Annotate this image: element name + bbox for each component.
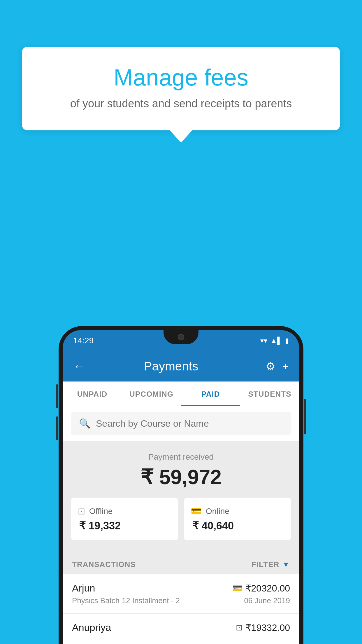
- payment-received-label: Payment received: [63, 452, 299, 462]
- tabs: UNPAID UPCOMING PAID STUDENTS: [63, 382, 299, 406]
- app-bar: ← Payments ⚙ +: [63, 351, 299, 382]
- settings-icon[interactable]: ⚙: [266, 360, 275, 373]
- offline-card: ⊡ Offline ₹ 19,332: [71, 498, 178, 540]
- payment-total-amount: ₹ 59,972: [63, 465, 299, 489]
- table-row[interactable]: Arjun 💳 ₹20320.00 Physics Batch 12 Insta…: [63, 574, 299, 614]
- power-button: [304, 399, 306, 434]
- app-bar-actions: ⚙ +: [266, 360, 289, 373]
- tab-students[interactable]: STUDENTS: [240, 382, 299, 406]
- row-top: Anupriya ⊡ ₹19332.00: [72, 622, 290, 633]
- bubble-title: Manage fees: [42, 64, 320, 91]
- row-top: Arjun 💳 ₹20320.00: [72, 582, 290, 594]
- bubble-subtitle: of your students and send receipts to pa…: [42, 97, 320, 110]
- filter-button[interactable]: FILTER ▼: [252, 560, 290, 569]
- table-row[interactable]: Anupriya ⊡ ₹19332.00: [63, 614, 299, 644]
- online-icon: 💳: [191, 506, 202, 516]
- transactions-label: TRANSACTIONS: [72, 560, 136, 569]
- add-icon[interactable]: +: [282, 360, 289, 373]
- tab-paid[interactable]: PAID: [181, 382, 240, 406]
- filter-label: FILTER: [252, 560, 279, 569]
- payment-summary: Payment received ₹ 59,972 ⊡ Offline ₹ 19…: [63, 441, 299, 552]
- battery-icon: ▮: [285, 337, 289, 345]
- transaction-date: 06 June 2019: [244, 596, 290, 605]
- notch: [164, 330, 198, 344]
- amount-area: 💳 ₹20320.00: [232, 583, 290, 594]
- status-bar: 14:29 ▾▾ ▲▌ ▮: [63, 330, 299, 351]
- speech-bubble: Manage fees of your students and send re…: [22, 47, 340, 130]
- transaction-amount: ₹19332.00: [245, 622, 290, 633]
- row-bottom: Physics Batch 12 Installment - 2 06 June…: [72, 596, 290, 605]
- course-info: Physics Batch 12 Installment - 2: [72, 596, 180, 605]
- filter-icon: ▼: [282, 560, 290, 569]
- tab-upcoming[interactable]: UPCOMING: [122, 382, 181, 406]
- offline-amount: ₹ 19,332: [78, 520, 171, 532]
- phone-mockup: 14:29 ▾▾ ▲▌ ▮ ← Payments ⚙ + UNPAID: [59, 326, 303, 644]
- search-input[interactable]: [96, 418, 283, 429]
- app-bar-title: Payments: [77, 359, 266, 373]
- transactions-header: TRANSACTIONS FILTER ▼: [63, 552, 299, 574]
- camera: [178, 334, 184, 340]
- status-time: 14:29: [73, 336, 94, 345]
- payment-cards: ⊡ Offline ₹ 19,332 💳 Online ₹ 40,640: [63, 498, 299, 543]
- student-name: Arjun: [72, 582, 95, 594]
- offline-icon: ⊡: [78, 506, 85, 516]
- search-bar[interactable]: 🔍: [71, 412, 291, 435]
- volume-up-button: [56, 384, 58, 408]
- payment-type-icon: 💳: [232, 583, 242, 593]
- student-name: Anupriya: [72, 622, 111, 633]
- search-container: 🔍: [63, 406, 299, 441]
- online-card: 💳 Online ₹ 40,640: [184, 498, 291, 540]
- volume-down-button: [56, 416, 58, 440]
- offline-label: Offline: [89, 507, 113, 516]
- wifi-icon: ▾▾: [260, 337, 267, 345]
- search-icon: 🔍: [79, 418, 91, 429]
- signal-icon: ▲▌: [270, 337, 282, 345]
- offline-card-header: ⊡ Offline: [78, 506, 171, 516]
- transactions-list: Arjun 💳 ₹20320.00 Physics Batch 12 Insta…: [63, 574, 299, 644]
- phone-outer: 14:29 ▾▾ ▲▌ ▮ ← Payments ⚙ + UNPAID: [59, 326, 303, 644]
- transaction-amount: ₹20320.00: [245, 583, 290, 594]
- amount-area: ⊡ ₹19332.00: [236, 622, 290, 633]
- online-card-header: 💳 Online: [191, 506, 284, 516]
- online-amount: ₹ 40,640: [191, 520, 284, 532]
- tab-unpaid[interactable]: UNPAID: [63, 382, 122, 406]
- phone-screen: UNPAID UPCOMING PAID STUDENTS 🔍 Payment …: [63, 382, 299, 644]
- status-icons: ▾▾ ▲▌ ▮: [260, 337, 289, 345]
- payment-type-icon: ⊡: [236, 623, 242, 632]
- online-label: Online: [206, 507, 229, 516]
